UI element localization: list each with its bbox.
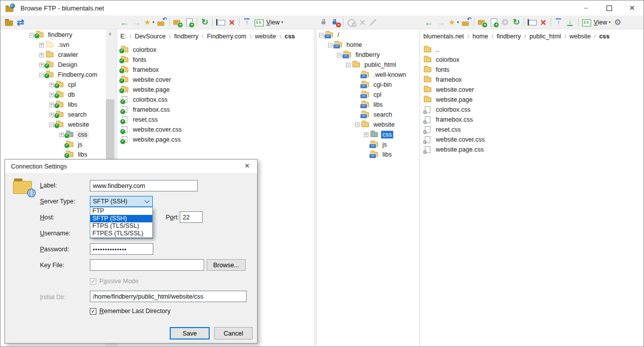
breadcrumb-item[interactable]: findberry xyxy=(172,33,201,40)
collapse-toggle[interactable]: − xyxy=(355,123,359,127)
file-row[interactable]: website.cover.css xyxy=(420,135,643,145)
expand-toggle[interactable]: + xyxy=(39,63,44,67)
forward-button[interactable]: → xyxy=(435,16,447,28)
delete-button[interactable]: × xyxy=(226,16,237,28)
expand-toggle[interactable]: + xyxy=(49,103,54,107)
open-folder-button[interactable] xyxy=(3,16,15,28)
expand-toggle[interactable]: + xyxy=(39,43,44,47)
file-row[interactable]: website.page xyxy=(420,95,643,105)
file-row[interactable]: colorbox.css xyxy=(117,95,314,105)
expand-toggle[interactable]: + xyxy=(59,133,64,137)
expand-toggle[interactable]: + xyxy=(49,93,54,97)
file-row[interactable]: .. xyxy=(420,45,643,55)
tree-item-search[interactable]: +search xyxy=(0,110,114,120)
tree-item-db[interactable]: +db xyxy=(0,90,114,100)
tree-item-js[interactable]: js xyxy=(0,140,114,150)
file-row[interactable]: reset.css xyxy=(420,125,643,135)
minimize-button[interactable]: – xyxy=(575,0,598,15)
breadcrumb-item[interactable]: css xyxy=(282,33,298,40)
tree-item-cgi-bin[interactable]: cgi-bin xyxy=(317,80,419,90)
maximize-button[interactable] xyxy=(598,0,621,15)
download-button[interactable] xyxy=(565,16,576,28)
view-menu-button[interactable]: View▾ xyxy=(265,16,285,28)
file-row[interactable]: website.page.css xyxy=(420,145,643,155)
server-type-option[interactable]: SFTP (SSH) xyxy=(90,215,152,222)
server-type-combobox[interactable]: SFTP (SSH) xyxy=(90,196,153,207)
file-row[interactable]: fonts xyxy=(117,55,314,65)
tree-item-home[interactable]: −home xyxy=(317,40,419,50)
favorites-button[interactable]: ★▾ xyxy=(142,16,156,28)
delete-button[interactable]: × xyxy=(538,16,549,28)
upload-button[interactable] xyxy=(242,16,253,28)
view-toggle-button[interactable] xyxy=(581,16,592,28)
tree-item-search[interactable]: search xyxy=(317,110,419,120)
new-file-button[interactable] xyxy=(183,16,195,28)
file-row[interactable]: framebox xyxy=(420,75,643,85)
tree-item-findberry[interactable]: −findberry xyxy=(317,50,419,60)
rename-button[interactable] xyxy=(215,16,226,28)
breadcrumb-item[interactable]: public_html xyxy=(527,33,563,40)
refresh-button[interactable]: ↻ xyxy=(511,16,522,28)
breadcrumb-item[interactable]: E: xyxy=(118,33,129,40)
breadcrumb-item[interactable]: website xyxy=(567,33,593,40)
initial-dir-input[interactable] xyxy=(90,291,247,302)
tree-item-css[interactable]: +css xyxy=(317,130,419,140)
view-menu-button[interactable]: View▾ xyxy=(592,16,612,28)
tree-item-Findberry.com[interactable]: −Findberry.com xyxy=(0,70,114,80)
browse-button[interactable]: Browse... xyxy=(207,259,246,271)
tree-item-cpl[interactable]: cpl xyxy=(317,90,419,100)
breadcrumb-item[interactable]: home xyxy=(470,33,490,40)
disconnect-button[interactable]: × xyxy=(329,16,341,28)
tree-item-findberry[interactable]: −findberry xyxy=(0,30,114,40)
dialog-close-button[interactable]: × xyxy=(239,160,255,173)
file-row[interactable]: website.cover xyxy=(117,75,314,85)
file-row[interactable]: framebox.css xyxy=(420,115,643,125)
cancel-transfer-button[interactable] xyxy=(499,16,511,28)
tree-item-.well-known[interactable]: .well-known xyxy=(317,70,419,80)
file-row[interactable]: framebox.css xyxy=(117,105,314,115)
file-row[interactable]: website.page xyxy=(117,85,314,95)
forward-button[interactable]: → xyxy=(130,16,142,28)
label-input[interactable] xyxy=(90,180,198,191)
file-row[interactable]: colorbox xyxy=(420,55,643,65)
connect-button[interactable] xyxy=(318,16,329,28)
add-site-button[interactable] xyxy=(345,16,357,28)
breadcrumb-item[interactable]: website xyxy=(253,33,279,40)
file-row[interactable]: colorbox xyxy=(117,45,314,55)
settings-button[interactable]: ⚙ xyxy=(612,16,623,28)
file-row[interactable]: website.page.css xyxy=(117,135,314,145)
server-type-option[interactable]: FTP xyxy=(90,207,152,215)
breadcrumb-item[interactable]: DevSource xyxy=(132,33,168,40)
tree-item-libs[interactable]: libs xyxy=(317,150,419,160)
tree-item-website[interactable]: −website xyxy=(317,120,419,130)
password-input[interactable] xyxy=(90,243,153,255)
cancel-button[interactable]: Cancel xyxy=(214,327,253,340)
tree-item-public_html[interactable]: −public_html xyxy=(317,60,419,70)
collapse-toggle[interactable]: − xyxy=(328,43,332,47)
save-button[interactable]: Save xyxy=(170,327,210,340)
new-file-button[interactable] xyxy=(488,16,499,28)
favorites-button[interactable]: ★▾ xyxy=(447,16,460,28)
refresh-button[interactable]: ↻ xyxy=(199,16,210,28)
file-row[interactable]: fonts xyxy=(420,65,643,75)
tree-item-website[interactable]: −website xyxy=(0,120,114,130)
breadcrumb-item[interactable]: findberry xyxy=(494,33,524,40)
file-row[interactable]: colorbox.css xyxy=(420,105,643,115)
passive-mode-checkbox[interactable]: ✓ xyxy=(90,278,96,285)
close-button[interactable]: × xyxy=(621,0,644,15)
expand-toggle[interactable]: + xyxy=(364,133,368,137)
key-file-input[interactable] xyxy=(90,259,204,271)
new-folder-button[interactable] xyxy=(172,16,183,28)
server-type-option[interactable]: FTPES (TLS/SSL) xyxy=(90,230,152,237)
file-row[interactable]: framebox xyxy=(117,65,314,75)
folder-up-button[interactable] xyxy=(460,16,472,28)
port-input[interactable] xyxy=(180,211,203,223)
collapse-toggle[interactable]: − xyxy=(39,73,44,77)
edit-site-button[interactable] xyxy=(368,16,379,28)
new-folder-button[interactable] xyxy=(476,16,488,28)
tree-item-crawler[interactable]: +crawler xyxy=(0,50,114,60)
tree-item-libs[interactable]: libs xyxy=(317,100,419,110)
folder-up-button[interactable] xyxy=(156,16,167,28)
collapse-toggle[interactable]: − xyxy=(29,33,34,37)
file-row[interactable]: website.cover xyxy=(420,85,643,95)
